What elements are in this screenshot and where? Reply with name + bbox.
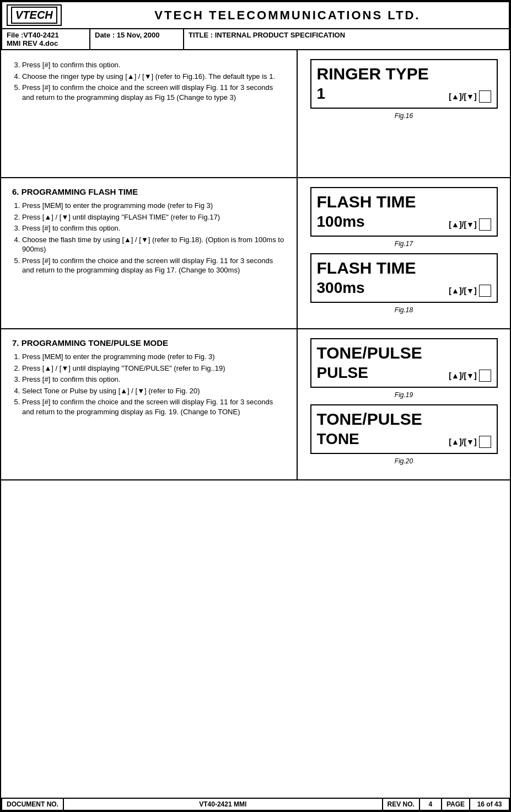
section-7-row: 7. PROGRAMMING TONE/PULSE MODE Press [ME… <box>1 328 510 479</box>
fig16-value-row: 1 [▲]/[▼] <box>317 85 491 103</box>
section-7-left: 7. PROGRAMMING TONE/PULSE MODE Press [ME… <box>1 329 298 479</box>
date-info: Date : 15 Nov, 2000 <box>90 29 184 49</box>
fig19-nav: [▲]/[▼] <box>449 370 491 382</box>
section-7-content: 7. PROGRAMMING TONE/PULSE MODE Press [ME… <box>7 333 291 423</box>
fig20-display: TONE/PULSE TONE [▲]/[▼] <box>310 404 498 454</box>
fig16-value: 1 <box>317 85 326 103</box>
s6-step-1: Press [MEM] to enter the programming mod… <box>22 201 286 211</box>
s6-step-5: Press [#] to confirm the choice and the … <box>22 256 286 275</box>
section-5-row: Press [#] to confirm this option. Choose… <box>1 50 510 177</box>
s7-step-4: Select Tone or Pulse by using [▲] / [▼] … <box>22 386 286 396</box>
fig18-label: Fig.18 <box>304 306 503 314</box>
fig18-value: 300ms <box>317 279 365 297</box>
fig19-section: TONE/PULSE PULSE [▲]/[▼] Fig.19 TONE/PUL… <box>304 334 503 475</box>
s7-step-1: Press [MEM] to enter the programming mod… <box>22 352 286 362</box>
fig17-nav: [▲]/[▼] <box>449 218 491 231</box>
section-6-content: 6. PROGRAMMING FLASH TIME Press [MEM] to… <box>7 181 291 281</box>
section-6-list: Press [MEM] to enter the programming mod… <box>22 201 286 275</box>
fig19-title: TONE/PULSE <box>317 344 491 362</box>
fig20-nav: [▲]/[▼] <box>449 436 491 448</box>
s6-step-3: Press [#] to confirm this option. <box>22 223 286 233</box>
section-7-heading: 7. PROGRAMMING TONE/PULSE MODE <box>12 338 286 348</box>
header: VTECH VTECH TELECOMMUNICATIONS LTD. <box>1 1 510 29</box>
footer-rev-value: 4 <box>420 799 442 810</box>
section-5-right: RINGER TYPE 1 [▲]/[▼] Fig.16 <box>298 50 510 177</box>
section-7-list: Press [MEM] to enter the programming mod… <box>22 352 286 416</box>
bottom-spacer <box>1 479 510 590</box>
s7-step-3: Press [#] to confirm this option. <box>22 375 286 384</box>
footer-doc-label: DOCUMENT NO. <box>2 799 64 810</box>
fig19-value: PULSE <box>317 364 368 382</box>
fig20-value-row: TONE [▲]/[▼] <box>317 430 491 448</box>
fig16-nav: [▲]/[▼] <box>449 90 491 103</box>
page-wrapper: VTECH VTECH TELECOMMUNICATIONS LTD. File… <box>0 0 511 812</box>
section-6-right: FLASH TIME 100ms [▲]/[▼] Fig.17 FLASH TI… <box>298 178 510 328</box>
section-5-list: Press [#] to confirm this option. Choose… <box>22 60 286 102</box>
footer-rev-label: REV NO. <box>383 799 420 810</box>
fig16-display: RINGER TYPE 1 [▲]/[▼] <box>310 59 498 109</box>
company-title: VTECH TELECOMMUNICATIONS LTD. <box>71 8 504 23</box>
file-label: File :VT40-2421 <box>7 31 85 39</box>
s7-step-5: Press [#] to confirm the choice and the … <box>22 397 286 416</box>
fig19-display: TONE/PULSE PULSE [▲]/[▼] <box>310 338 498 388</box>
fig17-display: FLASH TIME 100ms [▲]/[▼] <box>310 187 498 237</box>
fig17-label: Fig.17 <box>304 240 503 248</box>
footer-doc-value: VT40-2421 MMI <box>64 799 383 810</box>
footer: DOCUMENT NO. VT40-2421 MMI REV NO. 4 PAG… <box>1 798 510 811</box>
file-sub: MMI REV 4.doc <box>7 39 85 47</box>
fig20-title: TONE/PULSE <box>317 410 491 428</box>
fig19-value-row: PULSE [▲]/[▼] <box>317 364 491 382</box>
section-7-right: TONE/PULSE PULSE [▲]/[▼] Fig.19 TONE/PUL… <box>298 329 510 479</box>
section-6-left: 6. PROGRAMMING FLASH TIME Press [MEM] to… <box>1 178 298 328</box>
fig16-title: RINGER TYPE <box>317 65 491 83</box>
title-info: TITLE : INTERNAL PRODUCT SPECIFICATION <box>184 29 509 49</box>
fig18-value-row: 300ms [▲]/[▼] <box>317 279 491 297</box>
fig17-title: FLASH TIME <box>317 193 491 211</box>
fig17-section: FLASH TIME 100ms [▲]/[▼] Fig.17 FLASH TI… <box>304 183 503 324</box>
fig18-nav: [▲]/[▼] <box>449 285 491 297</box>
footer-page-value: 16 of 43 <box>470 799 509 810</box>
step-3: Press [#] to confirm this option. <box>22 60 286 70</box>
step-5: Press [#] to confirm the choice and the … <box>22 83 286 102</box>
s7-step-2: Press [▲] / [▼] until displaying "TONE/P… <box>22 364 286 373</box>
fig18-title: FLASH TIME <box>317 259 491 277</box>
section-5-left: Press [#] to confirm this option. Choose… <box>1 50 298 177</box>
logo-text: VTECH <box>11 7 57 24</box>
fig16-label: Fig.16 <box>304 112 503 120</box>
fig17-value-row: 100ms [▲]/[▼] <box>317 213 491 231</box>
section-6-row: 6. PROGRAMMING FLASH TIME Press [MEM] to… <box>1 177 510 328</box>
fig16-section: RINGER TYPE 1 [▲]/[▼] Fig.16 <box>304 55 503 130</box>
step-4: Choose the ringer type by using [▲] / [▼… <box>22 72 286 82</box>
section-6-heading: 6. PROGRAMMING FLASH TIME <box>12 187 286 196</box>
file-info: File :VT40-2421 MMI REV 4.doc <box>2 29 90 49</box>
fig17-value: 100ms <box>317 213 365 231</box>
s6-step-4: Choose the flash time by using [▲] / [▼]… <box>22 235 286 254</box>
fig20-value: TONE <box>317 430 359 448</box>
fig18-display: FLASH TIME 300ms [▲]/[▼] <box>310 253 498 303</box>
logo: VTECH <box>7 4 62 26</box>
fig19-label: Fig.19 <box>304 391 503 399</box>
footer-page-label: PAGE <box>442 799 470 810</box>
section-5-content: Press [#] to confirm this option. Choose… <box>7 54 291 108</box>
fig20-label: Fig.20 <box>304 457 503 465</box>
s6-step-2: Press [▲] / [▼] until displaying "FLASH … <box>22 212 286 222</box>
sub-header: File :VT40-2421 MMI REV 4.doc Date : 15 … <box>1 29 510 50</box>
